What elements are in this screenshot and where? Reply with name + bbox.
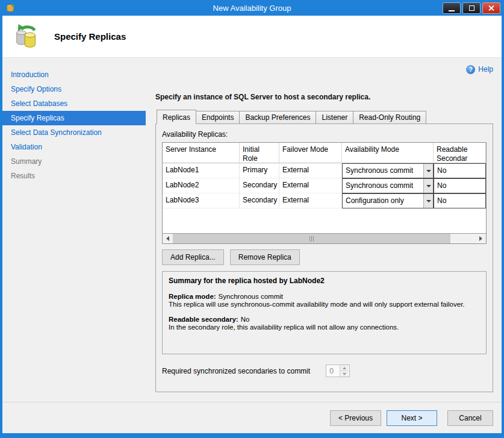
replicas-tab-panel: Availability Replicas: Server Instance I…: [155, 124, 493, 392]
table-row[interactable]: LabNode1 Primary External Synchronous co…: [163, 163, 486, 178]
failover-mode-cell: External: [279, 163, 342, 178]
tab-endpoints[interactable]: Endpoints: [196, 111, 240, 124]
tab-strip: Replicas Endpoints Backup Preferences Li…: [155, 110, 493, 124]
table-row[interactable]: LabNode3 Secondary External Configuratio…: [163, 193, 486, 208]
wizard-footer: < Previous Next > Cancel: [2, 402, 502, 433]
required-secondaries-spinner: [326, 364, 350, 377]
scroll-right-button[interactable]: [476, 234, 486, 243]
availability-mode-dropdown[interactable]: Configuration only: [342, 193, 434, 208]
replica-mode-row: Replica mode:Synchronous commit: [169, 293, 480, 300]
window-controls: [443, 2, 502, 14]
instruction-text: Specify an instance of SQL Server to hos…: [155, 93, 493, 101]
table-row[interactable]: LabNode2 Secondary External Synchronous …: [163, 178, 486, 193]
server-instance-cell: LabNode3: [163, 193, 240, 208]
horizontal-scrollbar[interactable]: [163, 233, 486, 243]
help-label: Help: [478, 65, 493, 74]
tab-listener[interactable]: Listener: [316, 111, 353, 124]
initial-role-cell: Secondary: [240, 178, 279, 193]
replica-summary-panel: Summary for the replica hosted by LabNod…: [162, 271, 487, 354]
scrollbar-track[interactable]: [173, 234, 476, 243]
tab-backup-preferences[interactable]: Backup Preferences: [239, 111, 316, 124]
readable-secondary-value: No: [434, 164, 485, 178]
readable-secondary-value: No: [434, 179, 485, 193]
availability-mode-dropdown[interactable]: Synchronous commit: [342, 178, 434, 193]
initial-role-cell: Primary: [240, 163, 279, 178]
availability-replicas-grid: Server Instance Initial Role Failover Mo…: [162, 142, 487, 244]
scroll-left-icon: [166, 236, 169, 241]
window-icon: [5, 3, 16, 13]
replica-mode-label: Replica mode:: [169, 293, 216, 300]
column-header-availability-mode[interactable]: Availability Mode: [342, 143, 434, 163]
column-header-failover-mode[interactable]: Failover Mode: [279, 143, 342, 163]
availability-replicas-label: Availability Replicas:: [162, 130, 487, 139]
maximize-button[interactable]: [462, 2, 481, 14]
scroll-right-icon: [479, 236, 482, 241]
replica-mode-description: This replica will use synchronous-commit…: [169, 301, 480, 308]
previous-button[interactable]: < Previous: [330, 410, 381, 426]
replica-mode-value: Synchronous commit: [219, 293, 283, 300]
next-button[interactable]: Next >: [387, 410, 437, 426]
availability-mode-value: Synchronous commit: [343, 179, 423, 193]
add-replica-button[interactable]: Add Replica...: [162, 249, 224, 265]
availability-mode-dropdown[interactable]: Synchronous commit: [342, 163, 434, 178]
readable-secondary-value: No: [434, 194, 485, 208]
initial-role-cell: Secondary: [240, 193, 279, 208]
failover-mode-cell: External: [279, 178, 342, 193]
help-link[interactable]: Help: [466, 64, 493, 75]
cancel-button[interactable]: Cancel: [447, 410, 493, 426]
help-icon: [466, 65, 475, 74]
sidebar-item-specify-options[interactable]: Specify Options: [2, 82, 146, 96]
scrollbar-thumb[interactable]: [173, 234, 450, 243]
wizard-body: Specify Replicas Introduction Specify Op…: [2, 16, 502, 433]
tab-read-only-routing[interactable]: Read-Only Routing: [353, 111, 426, 124]
readable-secondary-cell[interactable]: No: [434, 178, 486, 193]
chevron-down-icon: [423, 194, 433, 208]
sidebar-item-results: Results: [2, 169, 146, 183]
required-secondaries-label: Required synchronized secondaries to com…: [162, 367, 310, 375]
spin-down-icon: [343, 373, 346, 375]
titlebar[interactable]: New Availability Group: [2, 0, 502, 16]
availability-mode-value: Configuration only: [343, 194, 423, 208]
summary-title: Summary for the replica hosted by LabNod…: [169, 277, 480, 285]
spin-down-button: [340, 371, 349, 377]
maximize-icon: [469, 5, 474, 11]
remove-replica-button[interactable]: Remove Replica: [230, 249, 300, 265]
column-header-server-instance[interactable]: Server Instance: [163, 143, 240, 163]
sidebar-item-select-data-synchronization[interactable]: Select Data Synchronization: [2, 125, 146, 140]
minimize-button[interactable]: [443, 2, 461, 14]
server-instance-cell: LabNode2: [163, 178, 240, 193]
sidebar-item-select-databases[interactable]: Select Databases: [2, 96, 146, 111]
scroll-left-button[interactable]: [163, 234, 173, 243]
availability-group-icon: [13, 23, 41, 51]
close-button[interactable]: [482, 2, 500, 14]
sidebar-item-introduction[interactable]: Introduction: [2, 67, 146, 82]
wizard-header: Specify Replicas: [2, 16, 502, 58]
table-header: Server Instance Initial Role Failover Mo…: [163, 143, 486, 163]
availability-mode-value: Synchronous commit: [343, 164, 423, 178]
server-instance-cell: LabNode1: [163, 163, 240, 178]
readable-secondary-cell[interactable]: No: [434, 163, 486, 178]
spinner-buttons: [340, 365, 349, 377]
readable-secondary-cell[interactable]: No: [434, 193, 486, 208]
grid-viewport: Server Instance Initial Role Failover Mo…: [163, 143, 486, 233]
wizard-main: Introduction Specify Options Select Data…: [2, 58, 502, 402]
chevron-down-icon: [423, 164, 433, 178]
failover-mode-cell: External: [279, 193, 342, 208]
spin-up-icon: [343, 367, 346, 369]
page-title: Specify Replicas: [54, 31, 126, 42]
tab-replicas[interactable]: Replicas: [157, 110, 196, 124]
close-icon: [488, 5, 494, 11]
readable-secondary-summary-value: No: [241, 316, 250, 323]
spin-up-button: [340, 365, 349, 371]
column-header-readable-secondary[interactable]: Readable Secondar: [434, 143, 486, 163]
required-secondaries-row: Required synchronized secondaries to com…: [162, 364, 487, 377]
new-availability-group-window: New Availability Group Specify Replicas …: [0, 0, 504, 438]
sidebar-item-summary: Summary: [2, 154, 146, 169]
readable-secondary-description: In the secondary role, this availability…: [169, 324, 480, 331]
sidebar-item-specify-replicas[interactable]: Specify Replicas: [2, 111, 146, 125]
step-content: Help Specify an instance of SQL Server t…: [146, 58, 502, 402]
chevron-down-icon: [423, 179, 433, 193]
required-secondaries-input: [326, 365, 340, 377]
column-header-initial-role[interactable]: Initial Role: [240, 143, 279, 163]
sidebar-item-validation[interactable]: Validation: [2, 140, 146, 154]
